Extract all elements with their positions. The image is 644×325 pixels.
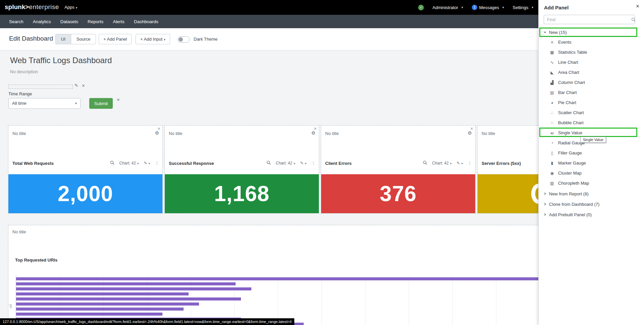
- panel-viz-type-dropdown[interactable]: Chart: 42▾: [276, 161, 295, 166]
- add-panel-item-marker-gauge[interactable]: ▮Marker Gauge: [539, 158, 644, 168]
- pie-chart-icon: ◕: [549, 98, 555, 108]
- panel-search-icon[interactable]: [423, 160, 427, 166]
- time-range-value: All time: [12, 101, 27, 106]
- section-new-from-report-8[interactable]: New from Report (8): [539, 190, 644, 198]
- panel-title-row: Total Web RequestsChart: 42▾✎▾⋮: [12, 159, 159, 167]
- add-panel-item-column-chart[interactable]: ▟Column Chart: [539, 77, 644, 87]
- add-panel-item-line-chart[interactable]: ∿Line Chart: [539, 57, 644, 67]
- caret-down-icon: ▾: [461, 6, 463, 9]
- statistics-table-icon: ▦: [549, 47, 555, 57]
- column-chart-icon: ▟: [549, 78, 555, 88]
- panel-no-title[interactable]: No title: [325, 131, 339, 136]
- panel-no-title[interactable]: No title: [482, 131, 495, 136]
- add-panel-item-bubble-chart[interactable]: ∷Bubble Chart: [539, 118, 644, 128]
- panel-viz-type-dropdown[interactable]: Chart: 42▾: [432, 161, 452, 166]
- nav-item-analytics[interactable]: Analytics: [33, 19, 51, 24]
- panel-format-icon[interactable]: ✎▾: [456, 161, 463, 166]
- administrator-label: Administrator: [433, 5, 458, 10]
- submit-button[interactable]: Submit: [89, 98, 113, 109]
- uri-bar: [16, 313, 162, 316]
- messages-menu[interactable]: 1 Messages▾: [472, 5, 504, 10]
- splunk-logo[interactable]: splunk>enterprise: [5, 3, 59, 11]
- bar-chart-icon: ▤: [549, 88, 555, 98]
- panel-viz-controls: Chart: 42▾✎▾⋮: [110, 160, 159, 166]
- chevron-down-icon: [543, 28, 547, 37]
- delete-fieldset-icon[interactable]: ×: [82, 83, 85, 88]
- panel-no-title[interactable]: No title: [12, 229, 26, 234]
- status-url: 127.0.0.1:8000/en-US/app/search/web_traf…: [0, 318, 294, 325]
- single-value-block: 376: [321, 174, 475, 213]
- edit-input-pencil-icon[interactable]: ✎: [75, 83, 78, 88]
- time-range-dropdown[interactable]: All time ▾: [8, 98, 81, 109]
- chevron-right-icon: [543, 190, 547, 198]
- panel-format-icon[interactable]: ✎▾: [144, 161, 150, 166]
- dashboard-panel-client-errors: ×No title⚙Client ErrorsChart: 42▾✎▾⋮376: [321, 125, 476, 214]
- events-icon: ≡: [549, 37, 555, 47]
- radial-gauge-icon: ◔: [549, 138, 555, 148]
- panel-no-title[interactable]: No title: [169, 131, 182, 136]
- messages-count-badge: 1: [472, 5, 477, 10]
- nav-item-alerts[interactable]: Alerts: [113, 19, 125, 24]
- settings-menu[interactable]: Settings▾: [512, 5, 533, 10]
- panel-search-icon[interactable]: [266, 160, 271, 166]
- nav-item-reports[interactable]: Reports: [88, 19, 103, 24]
- single-value-number: 2,000: [58, 181, 113, 206]
- panel-gear-icon[interactable]: ⚙: [155, 130, 159, 136]
- panel-title-row: Successful ResponseChart: 42▾✎▾⋮: [169, 159, 315, 167]
- section-add-prebuilt-panel-0[interactable]: Add Prebuilt Panel (0): [539, 211, 644, 219]
- uri-bar-chart: [16, 276, 539, 325]
- single-value-number: 1,168: [214, 181, 269, 206]
- panel-gear-icon[interactable]: ⚙: [467, 130, 472, 136]
- delete-input-icon[interactable]: ×: [117, 97, 120, 102]
- single-value-block: 2,000: [8, 174, 162, 213]
- add-panel-item-choropleth-map[interactable]: ▧Choropleth Map: [539, 178, 644, 188]
- add-panel-item-area-chart[interactable]: ◣Area Chart: [539, 67, 644, 77]
- add-panel-drawer: Add Panel × New (15)≡Events▦Statistics T…: [538, 0, 644, 325]
- dashboard-panel-successful-response: ×No title⚙Successful ResponseChart: 42▾✎…: [164, 125, 319, 214]
- add-input-label: + Add Input: [140, 37, 162, 42]
- nav-item-dashboards[interactable]: Dashboards: [134, 19, 158, 24]
- nav-item-datasets[interactable]: Datasets: [60, 19, 78, 24]
- section-clone-from-dashboard-7[interactable]: Clone from Dashboard (7): [539, 200, 644, 209]
- add-panel-item-pie-chart[interactable]: ◕Pie Chart: [539, 97, 644, 107]
- section-new-15[interactable]: New (15): [539, 28, 644, 37]
- caret-down-icon: ▾: [75, 98, 77, 108]
- uri-chart-title: Top Requested URIs: [15, 258, 57, 263]
- panel-kebab-icon[interactable]: ⋮: [311, 161, 315, 166]
- add-panel-item-bar-chart[interactable]: ▤Bar Chart: [539, 87, 644, 97]
- panel-kebab-icon[interactable]: ⋮: [468, 161, 472, 166]
- nav-item-search[interactable]: Search: [9, 19, 23, 24]
- ui-mode-button[interactable]: UI: [55, 34, 71, 44]
- fieldset-edit-outline: [8, 85, 73, 89]
- health-check-icon[interactable]: ✓: [418, 5, 424, 10]
- administrator-menu[interactable]: Administrator▾: [433, 5, 463, 10]
- filler-gauge-icon: ▯: [549, 148, 555, 158]
- caret-down-icon: ▾: [76, 6, 78, 9]
- uri-bar: [16, 292, 189, 295]
- source-mode-button[interactable]: Source: [71, 34, 96, 44]
- add-panel-item-filler-gauge[interactable]: ▯Filler Gauge: [539, 148, 644, 158]
- add-panel-sections: New (15)≡Events▦Statistics Table∿Line Ch…: [539, 0, 644, 325]
- panel-search-icon[interactable]: [110, 160, 114, 166]
- apps-menu[interactable]: Apps▾: [64, 0, 77, 15]
- panel-viz-type-dropdown[interactable]: Chart: 42▾: [119, 161, 139, 166]
- uri-bar: [16, 303, 199, 306]
- add-panel-item-events[interactable]: ≡Events: [539, 37, 644, 47]
- add-input-button[interactable]: + Add Input▾: [136, 34, 170, 44]
- panel-title-row: Client ErrorsChart: 42▾✎▾⋮: [325, 159, 472, 167]
- add-panel-item-cluster-map[interactable]: ◉Cluster Map: [539, 168, 644, 178]
- single-value-block: 1,168: [165, 174, 319, 213]
- logo-product: enterprise: [29, 3, 59, 10]
- panel-no-title[interactable]: No title: [12, 131, 26, 136]
- add-panel-item-scatter-chart[interactable]: ∴Scatter Chart: [539, 107, 644, 118]
- panel-kebab-icon[interactable]: ⋮: [155, 161, 159, 166]
- panel-format-icon[interactable]: ✎▾: [300, 161, 306, 166]
- add-panel-button[interactable]: + Add Panel: [99, 34, 132, 44]
- dark-theme-toggle[interactable]: [178, 36, 190, 43]
- add-panel-item-single-value[interactable]: 42Single Value: [539, 128, 644, 138]
- add-panel-item-statistics-table[interactable]: ▦Statistics Table: [539, 47, 644, 57]
- panel-gear-icon[interactable]: ⚙: [311, 130, 315, 136]
- ui-source-toggle: UI Source: [55, 34, 96, 44]
- settings-label: Settings: [512, 5, 528, 10]
- cluster-map-icon: ◉: [549, 168, 555, 178]
